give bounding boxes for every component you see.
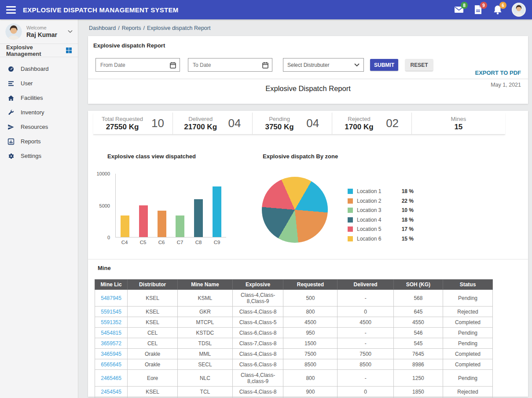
column-header: Delivered xyxy=(338,280,393,290)
legend-label: Location 1 xyxy=(357,188,388,194)
notifications-button[interactable]: 6 xyxy=(492,4,503,15)
mine-lic-link[interactable]: 5591545 xyxy=(95,307,128,317)
table-row: 5591352KSELMTCPLClass-4,Class-5450045004… xyxy=(95,317,493,328)
column-header: Mine Lic xyxy=(95,280,128,290)
grid-icon xyxy=(66,47,72,53)
pie-chart-block: Explosive dispatch By zone Location 118 … xyxy=(262,153,508,160)
mine-lic-link[interactable]: 5591352 xyxy=(95,317,128,328)
table-cell: KSTDC xyxy=(178,328,233,338)
table-cell: TDSL xyxy=(178,338,233,349)
sidebar-item-label: Facilities xyxy=(21,95,43,101)
distributor-select[interactable]: Select Distrubuter xyxy=(283,58,364,72)
divider xyxy=(88,79,528,79)
table-cell: Class-7,Class-8 xyxy=(232,338,283,349)
bar-chart-block: Explosive class view dispatched 05000100… xyxy=(99,153,231,245)
to-date-field-wrap xyxy=(188,58,272,72)
table-cell: Class-6,Class-8 xyxy=(232,328,283,338)
rocket-icon xyxy=(7,124,15,131)
bar-col xyxy=(134,174,153,237)
column-header: Status xyxy=(443,280,492,290)
sidebar-user-block[interactable]: Welcome Raj Kumar xyxy=(0,19,78,44)
sidebar-item-resources[interactable]: Resources xyxy=(0,120,78,134)
mine-lic-link[interactable]: 2465465 xyxy=(95,370,128,387)
stat-label: Total Requested xyxy=(102,116,143,122)
table-cell: MTCPL xyxy=(178,317,233,328)
hamburger-menu-icon[interactable] xyxy=(6,6,16,14)
sidebar-module-row[interactable]: Explosive Management xyxy=(0,44,78,57)
wrench-icon xyxy=(7,109,15,116)
gear-icon xyxy=(7,153,15,160)
legend-item: Location 310 % xyxy=(348,207,414,213)
table-row: 5487945KSELKSMLClass-4,Class-8,Class-950… xyxy=(95,290,493,307)
pie-chart-title: Explosive dispatch By zone xyxy=(263,153,508,160)
stat-label: Delivered xyxy=(184,116,217,122)
messages-button[interactable]: 8 xyxy=(454,4,464,15)
breadcrumb-separator: / xyxy=(143,25,144,31)
stat-value: 27550 Kg xyxy=(102,123,143,131)
mine-lic-link[interactable]: 3465945 xyxy=(95,349,128,359)
sidebar: Welcome Raj Kumar Explosive Management D… xyxy=(0,19,78,398)
sidebar-item-user[interactable]: User xyxy=(0,76,78,91)
bar-chart: 0500010000 C4C5C6C7C8C9 xyxy=(99,174,231,245)
app-title: EXPLOSIVE DISPATCH MANAGEMENT SYSTEM xyxy=(23,6,179,14)
mine-lic-link[interactable]: 2454545 xyxy=(95,387,128,397)
bar-C8 xyxy=(194,199,203,237)
table-cell: 0 xyxy=(338,387,393,397)
submit-button[interactable]: SUBMIT xyxy=(370,59,398,71)
table-cell: - xyxy=(338,328,393,338)
export-to-pdf-link[interactable]: EXPORT TO PDF xyxy=(475,69,521,76)
reset-button[interactable]: RESET xyxy=(405,59,433,71)
legend-swatch xyxy=(348,236,353,241)
from-date-input[interactable] xyxy=(96,58,180,71)
breadcrumb-link[interactable]: Dashboard xyxy=(89,25,116,31)
legend-percent: 15 % xyxy=(402,236,414,242)
table-cell: KSEL xyxy=(128,307,178,317)
mine-table-header: Mine LicDistributorMine NameExplosiveReq… xyxy=(95,280,493,290)
legend-swatch xyxy=(348,226,353,232)
stat-count: 10 xyxy=(151,117,164,130)
table-row: 3659572CELTDSLClass-7,Class-81500-545Pen… xyxy=(95,338,493,349)
sidebar-item-inventory[interactable]: Inventory xyxy=(0,105,78,120)
documents-button[interactable]: 9 xyxy=(473,4,484,15)
table-cell: 4550 xyxy=(393,317,443,328)
table-cell: Eore xyxy=(128,370,178,387)
mine-lic-link[interactable]: 5487945 xyxy=(95,290,128,307)
bar-category-label: C9 xyxy=(208,240,226,245)
breadcrumb-link[interactable]: Explosive dispatch Report xyxy=(147,25,211,31)
table-row: 6565645OrakleSECLClass-6,Class-885008500… xyxy=(95,359,493,370)
table-cell: Class-4,Class-8,Class-9 xyxy=(232,290,283,307)
bar-y-axis: 0500010000 xyxy=(99,174,112,237)
top-bar: EXPLOSIVE DISPATCH MANAGEMENT SYSTEM 8 9 xyxy=(0,0,532,19)
user-avatar[interactable] xyxy=(512,3,526,17)
user-name: Raj Kumar xyxy=(26,31,63,38)
sidebar-item-reports[interactable]: Reports xyxy=(0,134,78,149)
legend-swatch xyxy=(348,198,353,204)
table-cell: KSEL xyxy=(128,387,178,397)
mine-lic-link[interactable]: 3659572 xyxy=(95,338,128,349)
table-cell: Pending xyxy=(443,328,492,338)
card-title: Explosive dispatch Report xyxy=(93,42,165,49)
legend-label: Location 3 xyxy=(357,207,388,213)
sidebar-item-dashboard[interactable]: Dashboard xyxy=(0,62,78,76)
sidebar-item-settings[interactable]: Settings xyxy=(0,149,78,163)
bar-col xyxy=(116,174,134,237)
bar-category-label: C5 xyxy=(134,240,152,245)
legend-item: Location 615 % xyxy=(348,236,414,242)
column-header: Requested xyxy=(283,280,338,290)
table-cell: 8986 xyxy=(393,359,443,370)
mine-lic-link[interactable]: 6565645 xyxy=(95,359,128,370)
breadcrumb-link[interactable]: Reports xyxy=(122,25,141,31)
to-date-input[interactable] xyxy=(188,58,272,71)
table-cell: 900 xyxy=(283,387,338,397)
table-cell: Class-4,Class-8 xyxy=(232,349,283,359)
stat-count: 02 xyxy=(386,117,399,130)
bar-x-labels: C4C5C6C7C8C9 xyxy=(115,240,226,245)
table-cell: Class-6,Class-8 xyxy=(232,359,283,370)
mine-lic-link[interactable]: 5454815 xyxy=(95,328,128,338)
sidebar-item-label: User xyxy=(21,80,33,87)
table-cell: 545 xyxy=(393,338,443,349)
chevron-down-icon xyxy=(68,30,73,33)
stat-rejected: Rejected1700 Kg02 xyxy=(332,113,412,134)
table-cell: Pending xyxy=(443,370,492,387)
sidebar-item-facilities[interactable]: Facilities xyxy=(0,91,78,105)
